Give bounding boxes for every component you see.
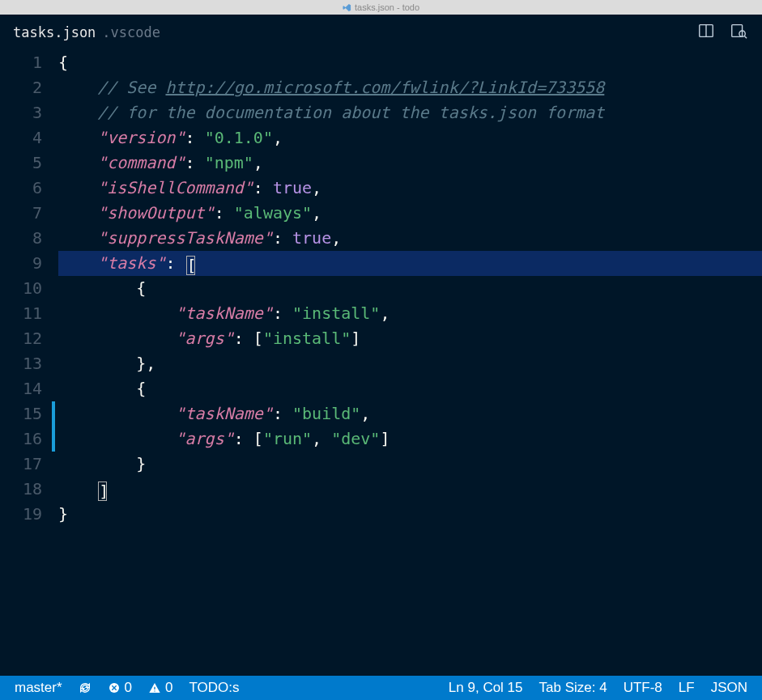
- tab-filename: tasks.json: [13, 24, 96, 40]
- show-preview-icon[interactable]: [730, 22, 747, 43]
- errors-count[interactable]: 0: [100, 680, 140, 696]
- code-content[interactable]: { // See http://go.microsoft.com/fwlink/…: [58, 50, 762, 676]
- editor-area[interactable]: 1234 5678 9101112 13141516 171819 { // S…: [0, 50, 762, 676]
- warnings-count[interactable]: 0: [140, 680, 181, 696]
- cursor-position[interactable]: Ln 9, Col 15: [441, 680, 531, 696]
- vscode-icon: [343, 3, 351, 12]
- todos[interactable]: TODO:s: [181, 680, 248, 696]
- svg-point-9: [154, 690, 155, 691]
- language-mode[interactable]: JSON: [703, 680, 756, 696]
- cursor: [: [186, 256, 195, 275]
- split-editor-icon[interactable]: [697, 22, 715, 43]
- tabs-bar: tasks.json .vscode: [0, 15, 762, 50]
- error-icon: [108, 681, 121, 694]
- tab-size[interactable]: Tab Size: 4: [531, 680, 615, 696]
- window-title: tasks.json - todo: [355, 2, 419, 12]
- bracket-match: ]: [98, 482, 107, 501]
- window-titlebar: tasks.json - todo: [0, 0, 762, 15]
- tab-tasks-json[interactable]: tasks.json .vscode: [0, 16, 173, 49]
- eol[interactable]: LF: [670, 680, 703, 696]
- svg-line-4: [744, 36, 747, 38]
- sync-button[interactable]: [70, 681, 100, 694]
- warning-icon: [148, 681, 161, 694]
- sync-icon: [79, 681, 92, 694]
- doc-link[interactable]: http://go.microsoft.com/fwlink/?LinkId=7…: [165, 78, 604, 97]
- git-branch[interactable]: master*: [6, 680, 70, 696]
- modified-indicator: [52, 401, 55, 452]
- encoding[interactable]: UTF-8: [615, 680, 670, 696]
- tab-directory: .vscode: [102, 24, 160, 40]
- status-bar: master* 0 0 TODO:s Ln 9, Col 15 Tab Size…: [0, 676, 762, 700]
- current-line: "tasks": [: [58, 251, 762, 276]
- line-number-gutter: 1234 5678 9101112 13141516 171819: [0, 50, 58, 676]
